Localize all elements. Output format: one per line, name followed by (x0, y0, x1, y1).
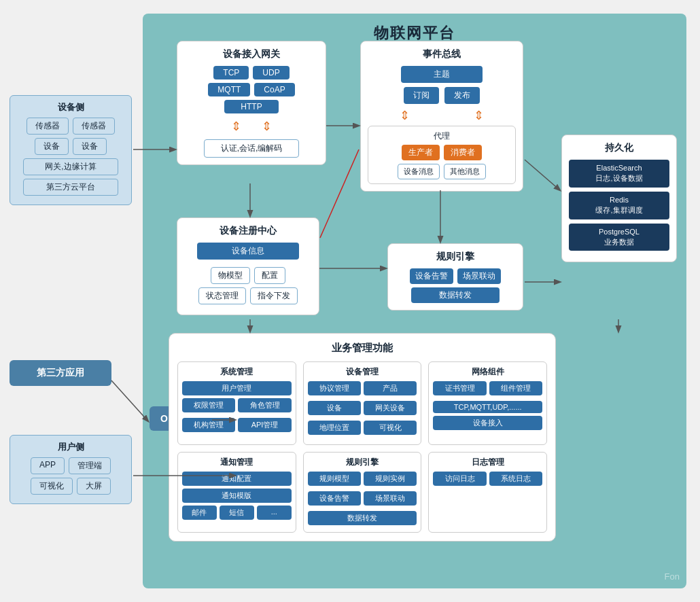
perm-chip: 权限管理 (182, 398, 235, 412)
sensor2-chip: 传感器 (73, 118, 115, 135)
mqtt-coap-row: MQTT CoAP (184, 83, 319, 96)
http-row: HTTP (184, 100, 319, 113)
user-mgmt-chip: 用户管理 (182, 381, 292, 395)
registry-title: 设备注册中心 (184, 225, 312, 237)
device-msg-chip: 设备消息 (398, 164, 440, 179)
device-side-title: 设备侧 (17, 101, 124, 113)
device-mgmt-section: 设备管理 协议管理 产品 设备 网关设备 地理位置 可视化 (303, 361, 422, 445)
org-api-row: 机构管理 API管理 (182, 418, 292, 435)
business-title: 业务管理功能 (177, 342, 547, 355)
log-title: 日志管理 (433, 457, 542, 468)
state-chip: 状态管理 (198, 287, 246, 304)
event-bus-box: 事件总线 主题 订阅 发布 ⇕ ⇕ 代理 生产者 消费者 设备消息 其他消息 (360, 41, 523, 192)
persistence-box: 持久化 ElasticSearch日志,设备数据 Redis缓存,集群调度 Po… (561, 135, 677, 262)
registry-box: 设备注册中心 设备信息 物模型 配置 状态管理 指令下发 (177, 217, 319, 315)
rules-biz-title: 规则引擎 (308, 457, 417, 468)
log-section: 日志管理 访问日志 系统日志 (428, 452, 547, 533)
data-forward-chip: 数据转发 (411, 287, 500, 303)
visual-bigscreen-row: 可视化 大屏 (17, 478, 124, 495)
postgresql-chip: PostgreSQL业务数据 (569, 224, 669, 251)
role-chip: 角色管理 (238, 398, 291, 412)
api-mgmt-chip: API管理 (238, 418, 291, 432)
notify-title: 通知管理 (182, 457, 292, 468)
publish-chip: 发布 (444, 87, 480, 104)
tcp-udp-row: TCP UDP (184, 66, 319, 79)
coap-chip: CoAP (254, 83, 294, 96)
system-mgmt-title: 系统管理 (182, 366, 292, 378)
proxy-title: 代理 (372, 130, 511, 142)
sms-chip: 短信 (220, 506, 254, 520)
auth-chip: 认证,会话,编解码 (204, 139, 299, 158)
scene-link-chip: 场景联动 (457, 268, 501, 284)
model-config-row: 物模型 配置 (184, 267, 312, 284)
state-cmd-row: 状态管理 指令下发 (184, 287, 312, 304)
device-alarm-chip: 设备告警 (410, 268, 453, 284)
third-party-app-label: 第三方应用 (37, 367, 84, 378)
system-mgmt-section: 系统管理 用户管理 权限管理 角色管理 机构管理 API管理 (177, 361, 296, 445)
rule-model-chip: 规则模型 (308, 472, 361, 486)
dev-chip: 设备 (308, 401, 361, 415)
arrow-up1: ⇕ (231, 119, 241, 134)
third-party-app-box: 第三方应用 (10, 360, 111, 386)
third-cloud-chip: 第三方云平台 (23, 179, 118, 196)
consumer-chip: 消费者 (444, 145, 482, 160)
alarm-scene-row: 设备告警 场景联动 (395, 268, 516, 284)
tcp-chip: TCP (213, 66, 249, 79)
rules-engine-box: 规则引擎 设备告警 场景联动 数据转发 (387, 243, 523, 311)
proxy-box: 代理 生产者 消费者 设备消息 其他消息 (368, 126, 516, 184)
cert-chip: 证书管理 (433, 381, 486, 395)
tcp-mqtt-chip: TCP,MQTT,UDP,...... (433, 401, 542, 413)
app-mgmt-row: APP 管理端 (17, 457, 124, 474)
redis-chip: Redis缓存,集群调度 (569, 192, 669, 219)
platform-title: 物联网平台 (143, 14, 686, 43)
gateway-row: 网关,边缘计算 (17, 158, 124, 175)
geo-visual-row: 地理位置 可视化 (308, 421, 417, 438)
device-side-panel: 设备侧 传感器 传感器 设备 设备 网关,边缘计算 第三方云平台 (10, 95, 132, 216)
device-row: 设备 设备 (17, 138, 124, 155)
event-arrows: ⇕ ⇕ (368, 108, 516, 123)
subscribe-chip: 订阅 (404, 87, 439, 104)
alarm-biz-chip: 设备告警 (308, 491, 361, 506)
device-side-box: 设备侧 传感器 传感器 设备 设备 网关,边缘计算 第三方云平台 (10, 95, 132, 205)
user-side-box: 用户侧 APP 管理端 可视化 大屏 (10, 435, 132, 504)
third-cloud-row: 第三方云平台 (17, 179, 124, 196)
dev-gw-row: 设备 网关设备 (308, 401, 417, 418)
gateway-arrows: ⇕ ⇕ (184, 119, 319, 134)
product-chip: 产品 (364, 381, 417, 395)
sys-log-chip: 系统日志 (489, 472, 542, 486)
mqtt-chip: MQTT (208, 83, 250, 96)
email-sms-row: 邮件 短信 ... (182, 506, 292, 523)
device2-chip: 设备 (73, 138, 107, 155)
event-arrow1: ⇕ (400, 108, 410, 123)
proto-product-row: 协议管理 产品 (308, 381, 417, 398)
dev-access-chip: 设备接入 (433, 416, 542, 430)
cmd-chip: 指令下发 (250, 287, 298, 304)
biz-top-sections: 系统管理 用户管理 权限管理 角色管理 机构管理 API管理 设备管理 协议管理… (177, 361, 547, 445)
biz-bottom-sections: 通知管理 通知配置 通知模版 邮件 短信 ... 规则引擎 规则模型 规则实例 … (177, 452, 547, 533)
model-chip: 物模型 (211, 267, 250, 284)
event-bus-title: 事件总线 (368, 48, 516, 60)
sub-pub-row: 订阅 发布 (368, 87, 516, 104)
business-box: 业务管理功能 系统管理 用户管理 权限管理 角色管理 机构管理 API管理 设备… (169, 333, 556, 542)
event-arrow2: ⇕ (474, 108, 484, 123)
gateway-box: 设备接入网关 TCP UDP MQTT CoAP HTTP ⇕ ⇕ 认证,会话,… (177, 41, 326, 165)
more-chip: ... (257, 506, 292, 520)
rules-title: 规则引擎 (395, 251, 516, 263)
config-chip: 配置 (254, 267, 285, 284)
arrow-up2: ⇕ (262, 119, 272, 134)
mgmt-chip: 管理端 (69, 457, 111, 474)
udp-chip: UDP (253, 66, 289, 79)
alarm-scene-biz-row: 设备告警 场景联动 (308, 491, 417, 508)
device-mgmt-title: 设备管理 (308, 366, 417, 378)
msg-row: 设备消息 其他消息 (372, 164, 511, 179)
network-section: 网络组件 证书管理 组件管理 TCP,MQTT,UDP,...... 设备接入 (428, 361, 547, 445)
perm-role-row: 权限管理 角色管理 (182, 398, 292, 415)
user-side-title: 用户侧 (17, 441, 124, 453)
visual-biz-chip: 可视化 (364, 421, 417, 435)
elasticsearch-chip: ElasticSearch日志,设备数据 (569, 160, 669, 188)
notify-tmpl-chip: 通知模版 (182, 489, 292, 503)
producer-consumer-row: 生产者 消费者 (372, 145, 511, 160)
rule-inst-chip: 规则实例 (364, 472, 417, 486)
device-info-chip: 设备信息 (197, 243, 299, 260)
gateway-chip: 网关,边缘计算 (23, 158, 118, 175)
